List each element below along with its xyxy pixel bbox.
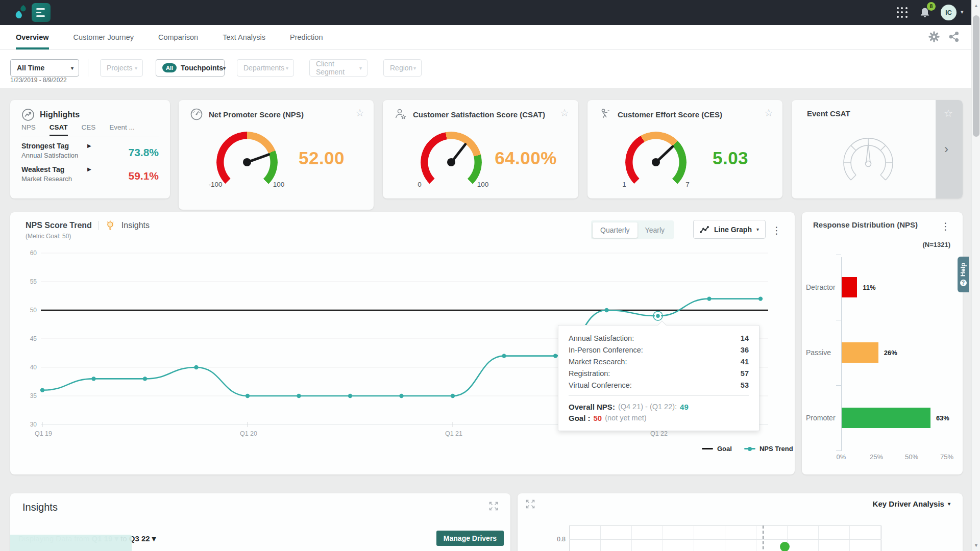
gauge-hub — [243, 158, 251, 166]
legend-line-swatch — [702, 448, 713, 449]
gauge-icon — [190, 108, 203, 121]
distribution-menu-kebab-icon[interactable]: ⋮ — [941, 220, 950, 232]
nav-tab-customer-journey[interactable]: Customer Journey — [74, 25, 134, 49]
scrollbar-thumb[interactable] — [973, 15, 979, 137]
filter-departments[interactable]: Departments▾ — [237, 59, 294, 77]
highlights-tabs: NPSCSATCESEvent ... — [21, 123, 135, 136]
favorite-star-icon[interactable]: ☆ — [764, 107, 773, 119]
scroll-up-arrow-icon[interactable]: ▲ — [974, 3, 978, 8]
nav-tab-comparison[interactable]: Comparison — [158, 25, 198, 49]
response-distribution-panel: Response Distribution (NPS) ⋮ (N=1321) D… — [802, 212, 963, 474]
user-avatar[interactable]: IC — [941, 5, 957, 20]
key-driver-title: Key Driver Analysis — [873, 499, 944, 508]
tooltip-goal-label: Goal : — [569, 414, 591, 422]
event-csat-empty-gauge — [832, 135, 904, 183]
favorite-star-icon[interactable]: ☆ — [944, 107, 953, 119]
filter-region[interactable]: Region▾ — [383, 59, 422, 77]
gauge-min-label: 1 — [622, 181, 626, 188]
trend-highlights-icon — [21, 108, 35, 121]
metric-goal-label: (Metric Goal: 50) — [26, 233, 71, 240]
distribution-bar-promoter[interactable] — [842, 408, 930, 428]
cards-carousel-next[interactable]: ☆ › — [936, 100, 963, 198]
chevron-down-icon: ▾ — [135, 65, 137, 71]
tooltip-overall-value: 49 — [680, 403, 689, 411]
svg-text:40: 40 — [30, 364, 37, 371]
highlights-tab-event[interactable]: Event ... — [109, 123, 135, 136]
distribution-bar-detractor[interactable] — [842, 277, 857, 297]
distribution-title: Response Distribution (NPS) — [813, 220, 918, 229]
manage-drivers-button[interactable]: Manage Drivers — [436, 531, 504, 546]
filter-projects[interactable]: Projects▾ — [100, 59, 143, 77]
favorite-star-icon[interactable]: ☆ — [560, 107, 569, 119]
time-range-select[interactable]: All Time ▾ — [10, 59, 79, 77]
axis-bracket-tick — [836, 450, 841, 451]
person-effort-icon — [599, 108, 612, 121]
user-menu-chevron-down-icon[interactable]: ▾ — [961, 9, 964, 15]
settings-gear-icon[interactable] — [928, 31, 940, 43]
gauge-card-net-promoter-score-nps: Net Promoter Score (NPS)☆52.00-100100 — [179, 100, 374, 210]
filter-touchpoints[interactable]: AllTouchpoints▾ — [156, 59, 225, 77]
nav-tab-prediction[interactable]: Prediction — [290, 25, 323, 49]
gauge-value: 5.03 — [690, 148, 771, 168]
gauge-max-label: 100 — [273, 181, 285, 188]
highlights-tab-ces[interactable]: CES — [82, 123, 96, 136]
filter-client-segment[interactable]: Client Segment▾ — [309, 59, 368, 77]
svg-text:60: 60 — [30, 249, 37, 257]
favorite-star-icon[interactable]: ☆ — [355, 107, 364, 119]
insights-panel: Insights Displaying Data from Q1 19 ▾ to… — [10, 493, 510, 551]
highlights-title: Highlights — [40, 110, 80, 119]
tooltip-goal-note: (not yet met) — [605, 414, 646, 422]
caret-right-icon[interactable]: ▶ — [87, 166, 91, 172]
svg-text:30: 30 — [30, 421, 37, 428]
chevron-down-icon: ▾ — [756, 227, 759, 232]
person-star-icon — [394, 108, 407, 121]
scroll-down-arrow-icon[interactable]: ▼ — [974, 543, 978, 548]
chart-type-select[interactable]: Line Graph ▾ — [693, 220, 766, 239]
gauge-card-title: Customer Effort Score (CES) — [618, 110, 722, 119]
gauge-hub — [447, 158, 455, 166]
nav-tab-text-analysis[interactable]: Text Analysis — [223, 25, 265, 49]
page-scrollbar[interactable]: ▲ ▼ — [971, 0, 980, 551]
brand-logo-icon[interactable] — [12, 4, 31, 22]
expand-icon[interactable] — [526, 499, 535, 509]
tooltip-overall-period: (Q4 21) - (Q1 22): — [618, 403, 677, 411]
granularity-quarterly[interactable]: Quarterly — [593, 222, 638, 238]
highlights-tab-nps[interactable]: NPS — [21, 123, 36, 136]
highlight-row-value: 73.8% — [128, 146, 159, 159]
share-icon[interactable] — [948, 31, 960, 42]
last-updated-tooltip: Last updated on 8/17/2022 05:41 AM — [10, 535, 132, 551]
distribution-bar-value: 11% — [863, 284, 875, 291]
key-driver-analysis-select[interactable]: Key Driver Analysis ▾ — [873, 499, 950, 508]
chevron-down-icon: ▾ — [948, 501, 950, 507]
key-driver-plot-area — [569, 525, 881, 551]
legend-label: Goal — [717, 445, 732, 453]
distribution-bar-passive[interactable] — [842, 342, 878, 363]
chevron-right-icon: › — [944, 142, 948, 156]
help-tab[interactable]: Help ? — [958, 257, 969, 292]
expand-icon[interactable] — [489, 502, 498, 511]
sample-size-label: (N=1321) — [922, 241, 950, 248]
product-switcher-icon[interactable] — [32, 3, 51, 22]
trend-insights-link[interactable]: Insights — [121, 221, 150, 230]
trend-menu-kebab-icon[interactable]: ⋮ — [772, 224, 781, 236]
gauge-card-header: Customer Satisfaction Score (CSAT) — [394, 108, 545, 121]
apps-grid-icon[interactable] — [897, 7, 908, 18]
key-driver-data-point[interactable] — [780, 542, 790, 551]
legend-dotline-swatch — [744, 448, 755, 449]
highlights-tab-csat[interactable]: CSAT — [50, 123, 68, 136]
svg-text:Q1 19: Q1 19 — [35, 430, 52, 437]
distribution-category-label: Passive — [806, 348, 838, 357]
granularity-yearly[interactable]: Yearly — [638, 222, 672, 238]
caret-right-icon[interactable]: ▶ — [87, 143, 91, 148]
key-driver-panel: Key Driver Analysis ▾ 0.8 — [518, 493, 963, 551]
line-chart-icon — [700, 226, 709, 234]
chevron-down-icon: ▾ — [286, 65, 288, 71]
distribution-xtick: 50% — [905, 453, 918, 461]
to-quarter-select[interactable]: Q3 22 ▾ — [129, 534, 156, 543]
gauge-min-label: -100 — [208, 181, 222, 188]
nav-tab-overview[interactable]: Overview — [16, 25, 49, 49]
svg-text:Q1 22: Q1 22 — [650, 430, 668, 437]
axis-bracket-tick — [836, 255, 841, 255]
date-range-label: 1/23/2019 - 8/9/2022 — [10, 77, 67, 84]
event-csat-card: Event CSAT ☆ › — [792, 100, 963, 198]
